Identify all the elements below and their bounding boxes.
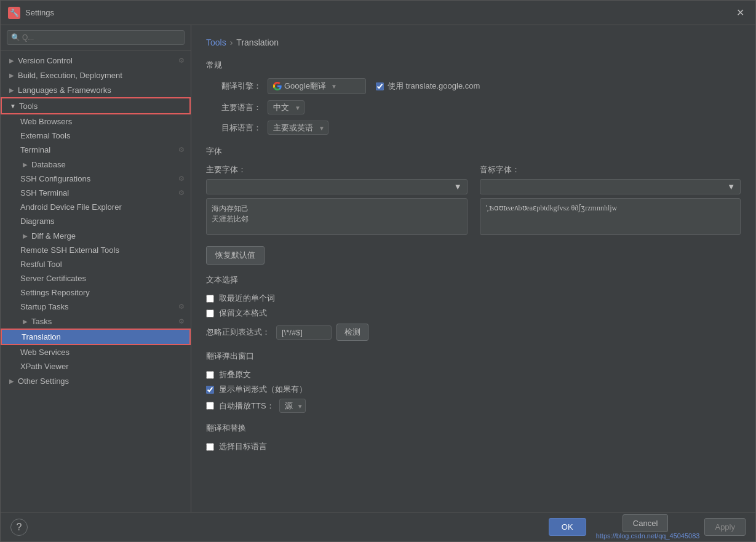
sidebar-item-label: Tools — [19, 102, 183, 111]
phonetic-font-select[interactable]: ▼ — [480, 179, 741, 194]
main-font-select[interactable]: ▼ — [206, 179, 468, 194]
search-wrapper: 🔍 — [7, 30, 185, 45]
engine-select[interactable]: Google翻译 ▼ — [268, 78, 366, 94]
ok-button[interactable]: OK — [549, 518, 586, 536]
use-translate-label: 使用 translate.google.com — [388, 81, 480, 92]
close-button[interactable]: ✕ — [733, 6, 748, 20]
sidebar-item-other-settings[interactable]: ▶ Other Settings — [1, 373, 191, 388]
sidebar-item-label: Other Settings — [18, 377, 185, 386]
sidebar-item-android-device[interactable]: Android Device File Explorer — [1, 200, 191, 214]
regex-row: 忽略正则表达式： 检测 — [206, 324, 741, 341]
sidebar-item-remote-ssh[interactable]: Remote SSH External Tools — [1, 243, 191, 257]
show-word-form-checkbox-row: 显示单词形式（如果有） — [206, 384, 741, 395]
sidebar-item-label: Terminal — [20, 145, 176, 154]
sidebar-item-label: Build, Execution, Deployment — [18, 71, 185, 80]
sidebar-item-label: Remote SSH External Tools — [20, 245, 185, 255]
select-target-lang-checkbox-row: 选择目标语言 — [206, 441, 741, 452]
target-lang-label: 目标语言： — [206, 122, 261, 134]
phonetic-font-preview: ˈ,ɪsɑʊɪeæʌbʊeaɛpbtdkgfvsz θðʃʒrzmnnhljw — [480, 198, 741, 235]
sidebar-item-web-services[interactable]: Web Services — [1, 345, 191, 359]
gear-icon: ⚙ — [178, 175, 185, 183]
select-target-lang-checkbox[interactable] — [206, 443, 214, 451]
ignore-regex-label: 忽略正则表达式： — [206, 327, 270, 338]
font-left-col: 主要字体： ▼ 海内存知己 天涯若比邻 — [206, 164, 468, 235]
bottom-bar: ? OK Cancel https://blog.csdn.net/qq_450… — [1, 512, 755, 541]
engine-arrow: ▼ — [331, 83, 337, 90]
sidebar-item-label: SSH Configurations — [20, 174, 176, 183]
fold-original-checkbox[interactable] — [206, 371, 214, 379]
breadcrumb-current: Translation — [236, 38, 279, 47]
section-text-select-title: 文本选择 — [206, 274, 741, 285]
single-word-checkbox[interactable] — [206, 295, 214, 303]
sidebar-item-translation[interactable]: Translation — [1, 329, 191, 345]
sidebar-item-version-control[interactable]: ▶ Version Control ⚙ — [1, 53, 191, 68]
show-word-form-checkbox[interactable] — [206, 386, 214, 394]
use-translate-checkbox[interactable] — [376, 82, 384, 90]
sidebar-item-label: Server Certificates — [20, 274, 185, 283]
search-input[interactable] — [7, 30, 185, 45]
fold-original-label: 折叠原文 — [219, 369, 251, 380]
section-font-title: 字体 — [206, 146, 741, 157]
sidebar-item-languages[interactable]: ▶ Languages & Frameworks — [1, 82, 191, 97]
sidebar-item-diagrams[interactable]: Diagrams — [1, 214, 191, 228]
auto-tts-label: 自动播放TTS： — [219, 401, 274, 412]
help-button[interactable]: ? — [10, 519, 28, 536]
keep-format-label: 保留文本格式 — [219, 308, 267, 319]
apply-button[interactable]: Apply — [704, 518, 746, 536]
tts-select-wrapper: 源 ▼ — [274, 399, 306, 413]
reset-default-button[interactable]: 恢复默认值 — [206, 246, 265, 265]
chevron-down-icon: ▼ — [727, 182, 735, 191]
target-lang-select[interactable]: 主要或英语 — [268, 121, 328, 135]
arrow-icon: ▶ — [20, 316, 30, 326]
main-font-preview: 海内存知己 天涯若比邻 — [206, 198, 468, 235]
target-lang-row: 目标语言： 主要或英语 ▼ — [206, 121, 741, 135]
font-two-col: 主要字体： ▼ 海内存知己 天涯若比邻 音标字体： ▼ — [206, 164, 741, 235]
section-replace-title: 翻译和替换 — [206, 423, 741, 434]
sidebar-item-label: Web Services — [20, 348, 185, 357]
sidebar-item-label: Tasks — [31, 317, 176, 326]
sidebar-item-label: Languages & Frameworks — [18, 86, 185, 95]
sidebar-item-external-tools[interactable]: External Tools — [1, 129, 191, 143]
sidebar-item-diff-merge[interactable]: ▶ Diff & Merge — [1, 228, 191, 243]
keep-format-checkbox-row: 保留文本格式 — [206, 308, 741, 319]
search-bar: 🔍 — [1, 25, 191, 50]
cancel-button[interactable]: Cancel — [623, 514, 668, 532]
sidebar-item-startup-tasks[interactable]: Startup Tasks ⚙ — [1, 300, 191, 314]
font-preview-line1: 海内存知己 — [212, 204, 462, 214]
single-word-checkbox-row: 取最近的单个词 — [206, 293, 741, 304]
sidebar-item-tools[interactable]: ▼ Tools — [1, 97, 191, 114]
main-lang-select-wrapper: 中文 ▼ — [268, 100, 304, 114]
sidebar-item-build[interactable]: ▶ Build, Execution, Deployment — [1, 68, 191, 82]
sidebar-item-settings-repository[interactable]: Settings Repository — [1, 285, 191, 300]
sidebar-item-label: Settings Repository — [20, 288, 185, 297]
sidebar-item-label: Database — [31, 160, 185, 169]
engine-value: Google翻译 — [284, 81, 326, 92]
section-general-title: 常规 — [206, 60, 741, 71]
search-icon: 🔍 — [11, 33, 20, 42]
show-word-form-label: 显示单词形式（如果有） — [219, 384, 307, 395]
sidebar-item-server-certificates[interactable]: Server Certificates — [1, 271, 191, 285]
sidebar-item-xpath-viewer[interactable]: XPath Viewer — [1, 359, 191, 373]
sidebar-item-ssh-terminal[interactable]: SSH Terminal ⚙ — [1, 186, 191, 200]
tts-select[interactable]: 源 — [279, 399, 306, 413]
sidebar-item-web-browsers[interactable]: Web Browsers — [1, 114, 191, 129]
sidebar-item-terminal[interactable]: Terminal ⚙ — [1, 143, 191, 157]
sidebar-item-label: XPath Viewer — [20, 362, 185, 371]
sidebar-item-restful-tool[interactable]: Restful Tool — [1, 257, 191, 271]
keep-format-checkbox[interactable] — [206, 309, 214, 317]
fold-original-checkbox-row: 折叠原文 — [206, 369, 741, 380]
main-lang-select[interactable]: 中文 — [268, 100, 304, 114]
sidebar-item-tasks[interactable]: ▶ Tasks ⚙ — [1, 314, 191, 329]
engine-row: 翻译引擎： Google翻译 ▼ — [206, 78, 741, 94]
sidebar-item-database[interactable]: ▶ Database — [1, 157, 191, 172]
auto-tts-checkbox[interactable] — [206, 402, 214, 410]
detect-button[interactable]: 检测 — [336, 324, 368, 341]
main-lang-row: 主要语言： 中文 ▼ — [206, 100, 741, 114]
regex-input[interactable] — [276, 325, 332, 340]
use-translate-checkbox-row: 使用 translate.google.com — [376, 81, 480, 92]
watermark-text: https://blog.csdn.net/qq_45045083 — [596, 532, 700, 540]
arrow-icon: ▶ — [7, 70, 17, 80]
breadcrumb-parent[interactable]: Tools — [206, 38, 226, 47]
phonetic-font-preview-text: ˈ,ɪsɑʊɪeæʌbʊeaɛpbtdkgfvsz θðʃʒrzmnnhljw — [485, 204, 618, 212]
sidebar-item-ssh-configurations[interactable]: SSH Configurations ⚙ — [1, 172, 191, 186]
